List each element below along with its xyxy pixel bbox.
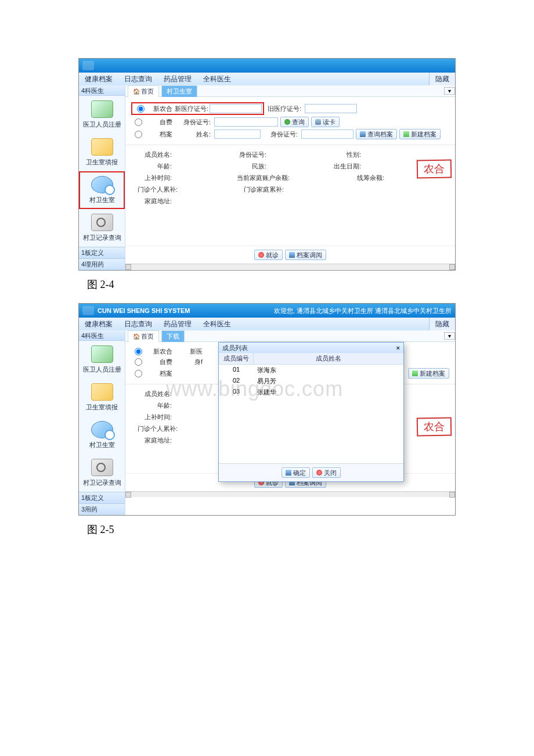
- dialog-header-row: 成员编号 成员姓名: [219, 353, 403, 365]
- radio-archive[interactable]: [135, 131, 142, 138]
- col-member-no: 成员编号: [219, 353, 254, 364]
- label-old-medical-no: 旧医疗证号:: [266, 105, 301, 113]
- menu-log-query[interactable]: 日志查询: [118, 74, 158, 84]
- menu-health-archive[interactable]: 健康档案: [79, 319, 118, 329]
- sidebar-item-report[interactable]: 卫生室填报: [79, 379, 125, 416]
- title-bar: [79, 59, 455, 73]
- menu-general-doctor[interactable]: 全科医生: [197, 74, 237, 84]
- query-button[interactable]: 查询: [280, 117, 309, 127]
- hide-button[interactable]: 隐藏: [429, 318, 455, 330]
- menu-drug-manage[interactable]: 药品管理: [158, 319, 197, 329]
- screenshot-figure-2-5: CUN WEI SHENG SHI SYSTEM 欢迎您, 通渭县北城乡中关村卫…: [78, 303, 456, 516]
- read-card-button[interactable]: 读卡: [311, 117, 340, 127]
- query-archive-button[interactable]: 查询档案: [356, 129, 397, 139]
- tab-download[interactable]: 下载: [161, 330, 185, 342]
- dialog-ok-button[interactable]: 确定: [282, 467, 310, 478]
- sidebar-item-label: 医卫人员注册: [80, 365, 124, 374]
- radio-selfpay[interactable]: [135, 118, 142, 126]
- doc-new-icon: [412, 370, 418, 376]
- label-id-no-2: 身份证号:: [263, 130, 298, 139]
- input-new-medical-no[interactable]: [210, 104, 262, 113]
- sidebar-item-label: 卫生室填报: [80, 403, 124, 412]
- menu-bar: 健康档案 日志查询 药品管理 全科医生 隐藏: [79, 318, 455, 330]
- sidebar-item-register[interactable]: 医卫人员注册: [79, 96, 125, 134]
- plus-icon: [258, 252, 264, 258]
- radio-xinnonghe[interactable]: [137, 105, 145, 113]
- sidebar-item-label: 村卫生室: [80, 441, 124, 449]
- doc-search-icon: [360, 131, 366, 137]
- laptop-icon: [91, 345, 113, 363]
- dialog-close-icon[interactable]: ×: [396, 344, 400, 351]
- welcome-text: 欢迎您, 通渭县北城乡中关村卫生所 通渭县北城乡中关村卫生所: [274, 307, 452, 315]
- sidebar-item-report[interactable]: 卫生室填报: [79, 134, 125, 171]
- member-row[interactable]: 03张建华: [219, 387, 403, 398]
- tab-dropdown[interactable]: ▾: [444, 87, 455, 95]
- scroll-right-icon[interactable]: [449, 264, 455, 270]
- sidebar-bottom-2[interactable]: 4理用药: [79, 258, 125, 270]
- member-row[interactable]: 01张海东: [219, 365, 403, 376]
- report-icon: [91, 383, 113, 401]
- caption-2-5: 图 2-5: [0, 516, 534, 548]
- radio-xinnonghe-label: 新农合: [146, 347, 172, 356]
- tab-dropdown[interactable]: ▾: [444, 332, 455, 340]
- radio-archive-label: 档案: [146, 369, 172, 378]
- title-bar: CUN WEI SHENG SHI SYSTEM 欢迎您, 通渭县北城乡中关村卫…: [79, 304, 455, 318]
- search-icon: [91, 214, 113, 231]
- tab-home[interactable]: 首页: [128, 330, 159, 342]
- sidebar: 4科医生 医卫人员注册 卫生室填报 村卫生室 村卫记录查询 1板定义 4理用药: [79, 85, 125, 270]
- input-old-medical-no[interactable]: [305, 104, 357, 113]
- app-logo-icon: [82, 61, 94, 70]
- tab-home[interactable]: 首页: [128, 85, 159, 97]
- menu-bar: 健康档案 日志查询 药品管理 全科医生 隐藏: [79, 73, 455, 85]
- scroll-left-icon[interactable]: [125, 492, 131, 498]
- sidebar-item-record-query[interactable]: 村卫记录查询: [79, 454, 125, 492]
- horizontal-scrollbar[interactable]: [125, 264, 455, 269]
- tab-bar: 首页 村卫生室 ▾: [125, 85, 455, 97]
- menu-drug-manage[interactable]: 药品管理: [158, 74, 197, 84]
- label-id-no: 身份证号:: [176, 118, 211, 127]
- sidebar-item-village-clinic[interactable]: 村卫生室: [79, 416, 125, 454]
- scroll-right-icon[interactable]: [449, 492, 455, 498]
- input-id-no-2[interactable]: [301, 129, 353, 139]
- sidebar-bottom-1[interactable]: 1板定义: [79, 247, 125, 258]
- horizontal-scrollbar[interactable]: [125, 491, 455, 497]
- radio-selfpay[interactable]: [135, 358, 142, 366]
- sidebar-bottom-2[interactable]: 3用药: [79, 503, 125, 515]
- app-title: CUN WEI SHENG SHI SYSTEM: [98, 307, 190, 314]
- doc-icon: [289, 252, 295, 258]
- scroll-left-icon[interactable]: [125, 264, 131, 270]
- member-row[interactable]: 02易月芳: [219, 376, 403, 387]
- label-new-medical-no: 新医疗证号:: [174, 105, 208, 113]
- menu-health-archive[interactable]: 健康档案: [79, 74, 118, 84]
- content-area: 首页 村卫生室 ▾ 新农合 新医疗证号: 旧医疗证号: 自: [125, 85, 455, 270]
- sidebar-item-record-query[interactable]: 村卫记录查询: [79, 209, 125, 247]
- radio-selfpay-label: 自费: [146, 358, 172, 366]
- radio-archive[interactable]: [135, 370, 142, 377]
- visit-button[interactable]: 就诊: [254, 250, 283, 260]
- menu-general-doctor[interactable]: 全科医生: [197, 319, 237, 329]
- new-archive-button[interactable]: 新建档案: [408, 368, 449, 379]
- footer-buttons: 就诊 档案调阅: [125, 246, 455, 264]
- sidebar-item-village-clinic[interactable]: 村卫生室: [79, 171, 125, 209]
- screenshot-figure-2-4: 健康档案 日志查询 药品管理 全科医生 隐藏 4科医生 医卫人员注册 卫生室填报…: [78, 58, 456, 271]
- tab-village-clinic[interactable]: 村卫生室: [161, 85, 197, 97]
- radio-archive-label: 档案: [146, 130, 172, 139]
- hide-button[interactable]: 隐藏: [429, 73, 455, 85]
- magnifier-icon: [284, 119, 290, 125]
- sidebar-header: 4科医生: [79, 330, 125, 341]
- radio-selfpay-label: 自费: [146, 118, 172, 127]
- report-icon: [91, 138, 113, 156]
- new-archive-button[interactable]: 新建档案: [399, 129, 441, 139]
- menu-log-query[interactable]: 日志查询: [118, 319, 158, 329]
- col-member-name: 成员姓名: [254, 353, 403, 364]
- sidebar: 4科医生 医卫人员注册 卫生室填报 村卫生室 村卫记录查询 1板定义 3用药: [79, 330, 125, 515]
- input-id-no[interactable]: [214, 117, 278, 127]
- archive-view-button[interactable]: 档案调阅: [285, 250, 326, 260]
- input-name[interactable]: [214, 129, 261, 139]
- radio-xinnonghe[interactable]: [135, 348, 142, 355]
- search-icon: [91, 459, 113, 476]
- member-list-dialog: 成员列表 × 成员编号 成员姓名 01张海东 02易月芳 03张建华 确定 关闭: [218, 342, 404, 482]
- dialog-close-button[interactable]: 关闭: [312, 467, 341, 478]
- sidebar-bottom-1[interactable]: 1板定义: [79, 492, 125, 503]
- sidebar-item-register[interactable]: 医卫人员注册: [79, 341, 125, 379]
